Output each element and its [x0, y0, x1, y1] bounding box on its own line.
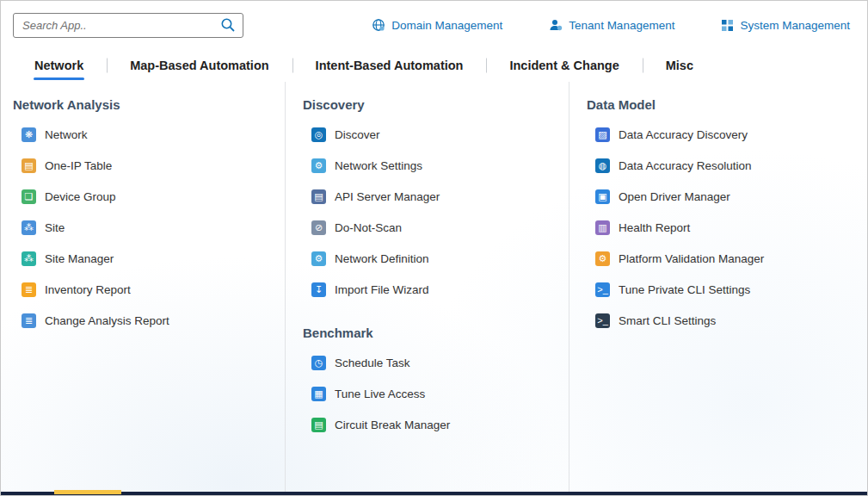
- menu-item-api-server-manager[interactable]: ▤API Server Manager: [303, 181, 569, 212]
- one-ip-table-icon: ▤: [22, 158, 36, 173]
- column-2: Discovery◎Discover⚙Network Settings▤API …: [286, 82, 569, 493]
- menu-item-device-group[interactable]: ❏Device Group: [13, 181, 285, 212]
- tune-private-cli-settings-icon: >_: [595, 282, 610, 297]
- menu-item-discover[interactable]: ◎Discover: [303, 119, 569, 150]
- tab-label: Network: [34, 59, 83, 72]
- open-driver-manager-icon: ▣: [595, 189, 610, 204]
- site-icon: ⁂: [22, 220, 36, 235]
- schedule-task-icon: ◷: [311, 356, 326, 370]
- menu-item-label: Inventory Report: [45, 283, 131, 296]
- tab-intent-based-automation[interactable]: Intent-Based Automation: [292, 49, 487, 82]
- tune-live-access-icon: ▦: [311, 387, 326, 401]
- top-link-tenant-management[interactable]: Tenant Management: [549, 18, 674, 32]
- menu-item-tune-private-cli-settings[interactable]: >_Tune Private CLI Settings: [587, 274, 867, 305]
- menu-item-tune-live-access[interactable]: ▦Tune Live Access: [303, 378, 569, 409]
- menu-item-inventory-report[interactable]: ≣Inventory Report: [13, 274, 285, 305]
- menu-item-label: Platform Validation Manager: [619, 252, 764, 265]
- circuit-break-manager-icon: ▤: [311, 418, 326, 432]
- menu-item-label: Circuit Break Manager: [335, 418, 450, 431]
- menu-item-network[interactable]: ❋Network: [13, 119, 285, 150]
- menu-item-data-accuracy-discovery[interactable]: ▨Data Accuracy Discovery: [587, 119, 867, 150]
- menu-item-smart-cli-settings[interactable]: >_Smart CLI Settings: [587, 305, 867, 336]
- menu-item-label: API Server Manager: [335, 190, 440, 203]
- menu-item-label: Discover: [335, 128, 380, 141]
- menu-item-label: Schedule Task: [335, 356, 410, 369]
- tenant-icon: [549, 18, 563, 32]
- menu-item-label: One-IP Table: [45, 159, 112, 172]
- menu-columns: Network Analysis❋Network▤One-IP Table❏De…: [1, 82, 867, 493]
- search-icon[interactable]: [213, 14, 243, 37]
- menu-item-label: Data Accuracy Discovery: [619, 128, 748, 141]
- import-file-wizard-icon: ↧: [311, 282, 326, 297]
- tab-label: Map-Based Automation: [130, 59, 268, 72]
- network-icon: ❋: [22, 127, 36, 142]
- grid-icon: [721, 19, 734, 32]
- section-title: Data Model: [587, 97, 867, 112]
- globe-icon: [372, 18, 385, 32]
- top-link-system-management[interactable]: System Management: [721, 19, 850, 32]
- menu-item-site[interactable]: ⁂Site: [13, 212, 285, 243]
- menu-item-schedule-task[interactable]: ◷Schedule Task: [303, 347, 569, 378]
- tab-map-based-automation[interactable]: Map-Based Automation: [107, 49, 292, 82]
- menu-item-network-settings[interactable]: ⚙Network Settings: [303, 150, 569, 181]
- menu-item-label: Do-Not-Scan: [335, 221, 402, 234]
- top-link-label: System Management: [740, 19, 850, 32]
- menu-item-label: Site Manager: [45, 252, 114, 265]
- menu-item-one-ip-table[interactable]: ▤One-IP Table: [13, 150, 285, 181]
- do-not-scan-icon: ⊘: [311, 220, 326, 235]
- menu-item-do-not-scan[interactable]: ⊘Do-Not-Scan: [303, 212, 569, 243]
- menu-item-label: Import File Wizard: [335, 283, 429, 296]
- menu-item-label: Smart CLI Settings: [619, 314, 716, 327]
- menu-item-label: Network: [45, 128, 88, 141]
- menu-item-label: Device Group: [45, 190, 116, 203]
- search-input[interactable]: [14, 19, 213, 32]
- tab-bar: NetworkMap-Based AutomationIntent-Based …: [1, 49, 867, 82]
- tab-incident-change[interactable]: Incident & Change: [486, 49, 642, 82]
- tab-label: Incident & Change: [509, 59, 619, 72]
- top-links: Domain ManagementTenant ManagementSystem…: [372, 18, 850, 32]
- top-link-label: Tenant Management: [569, 19, 674, 32]
- menu-item-open-driver-manager[interactable]: ▣Open Driver Manager: [587, 181, 867, 212]
- data-accuracy-discovery-icon: ▨: [595, 127, 610, 142]
- search-box: [13, 13, 243, 38]
- section-network-analysis: Network Analysis❋Network▤One-IP Table❏De…: [13, 97, 285, 336]
- section-discovery: Discovery◎Discover⚙Network Settings▤API …: [303, 97, 569, 305]
- network-settings-icon: ⚙: [311, 158, 326, 173]
- section-title: Network Analysis: [13, 97, 285, 112]
- menu-item-label: Tune Live Access: [335, 388, 425, 400]
- menu-item-label: Site: [45, 221, 65, 234]
- menu-item-label: Open Driver Manager: [619, 190, 730, 203]
- menu-item-circuit-break-manager[interactable]: ▤Circuit Break Manager: [303, 409, 569, 440]
- data-accuracy-resolution-icon: ◍: [595, 158, 610, 173]
- column-3: Data Model▨Data Accuracy Discovery◍Data …: [569, 82, 867, 493]
- section-title: Benchmark: [303, 326, 569, 340]
- platform-validation-manager-icon: ⚙: [595, 251, 610, 266]
- discover-icon: ◎: [311, 127, 326, 142]
- section-benchmark: Benchmark◷Schedule Task▦Tune Live Access…: [303, 326, 569, 440]
- tab-label: Intent-Based Automation: [316, 59, 464, 72]
- site-manager-icon: ⁂: [22, 251, 36, 266]
- change-analysis-report-icon: ≣: [22, 313, 36, 328]
- top-link-domain-management[interactable]: Domain Management: [372, 18, 502, 32]
- menu-item-label: Change Analysis Report: [45, 314, 169, 327]
- network-definition-icon: ⚙: [311, 251, 326, 266]
- menu-item-platform-validation-manager[interactable]: ⚙Platform Validation Manager: [587, 243, 867, 274]
- menu-item-health-report[interactable]: ▥Health Report: [587, 212, 867, 243]
- top-bar: Domain ManagementTenant ManagementSystem…: [1, 1, 867, 49]
- menu-item-site-manager[interactable]: ⁂Site Manager: [13, 243, 285, 274]
- tab-label: Misc: [666, 59, 693, 72]
- tab-network[interactable]: Network: [11, 49, 107, 82]
- tab-misc[interactable]: Misc: [643, 49, 717, 82]
- menu-item-label: Tune Private CLI Settings: [619, 283, 750, 296]
- section-data-model: Data Model▨Data Accuracy Discovery◍Data …: [587, 97, 867, 336]
- menu-item-data-accuracy-resolution[interactable]: ◍Data Accuracy Resolution: [587, 150, 867, 181]
- menu-item-change-analysis-report[interactable]: ≣Change Analysis Report: [13, 305, 285, 336]
- menu-item-import-file-wizard[interactable]: ↧Import File Wizard: [303, 274, 569, 305]
- top-link-label: Domain Management: [391, 19, 502, 32]
- menu-item-label: Network Settings: [335, 159, 422, 172]
- smart-cli-settings-icon: >_: [595, 313, 610, 328]
- health-report-icon: ▥: [595, 220, 610, 235]
- inventory-report-icon: ≣: [22, 282, 36, 297]
- menu-item-network-definition[interactable]: ⚙Network Definition: [303, 243, 569, 274]
- menu-item-label: Network Definition: [335, 252, 429, 265]
